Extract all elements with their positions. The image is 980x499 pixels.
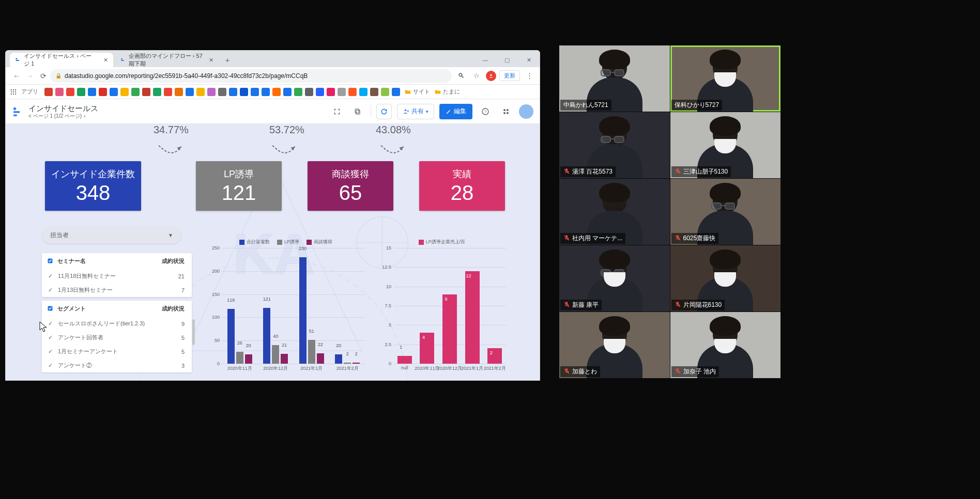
bookmark-icon-21[interactable] xyxy=(272,88,281,96)
video-tile-0[interactable]: 中島かれん5721 xyxy=(559,45,670,112)
video-tile-1[interactable]: 保科ひかり5727 xyxy=(670,45,781,112)
video-tile-7[interactable]: 片岡陽花6130 xyxy=(670,245,781,311)
bookmark-icon-1[interactable] xyxy=(55,88,64,96)
seminar-row-1[interactable]: ✓1月13日無料セミナー7 xyxy=(42,283,192,297)
scrollbar-thumb[interactable] xyxy=(192,319,195,345)
assignee-selector[interactable]: 担当者 ▼ xyxy=(42,226,181,244)
omnibox[interactable]: 🔒 datastudio.google.com/reporting/2ec559… xyxy=(50,69,452,83)
checkbox-icon[interactable] xyxy=(47,258,53,265)
bookmark-folder-0[interactable]: サイト xyxy=(404,88,430,96)
bookmark-icon-17[interactable] xyxy=(229,88,237,96)
bookmark-icon-16[interactable] xyxy=(218,88,226,96)
bar[interactable] xyxy=(299,257,307,364)
bookmark-icon-18[interactable] xyxy=(240,88,248,96)
bookmark-icon-8[interactable] xyxy=(131,88,140,96)
video-tile-2[interactable]: 湯澤 百花5573 xyxy=(559,112,670,178)
bookmark-icon-27[interactable] xyxy=(338,88,346,96)
bookmark-icon-10[interactable] xyxy=(153,88,161,96)
checkbox-icon[interactable] xyxy=(47,305,53,313)
video-tile-9[interactable]: 加奈子 池内 xyxy=(670,312,781,378)
bookmark-icon-15[interactable] xyxy=(207,88,216,96)
video-tile-3[interactable]: 三津山朋子5130 xyxy=(670,112,781,178)
segment-row-0[interactable]: ✓セールスロボさんリード(tier1.2.3)9 xyxy=(42,317,192,331)
kpi-card-0[interactable]: インサイド企業件数348 xyxy=(45,161,141,211)
bookmark-icon-4[interactable] xyxy=(88,88,96,96)
bookmark-icon-19[interactable] xyxy=(251,88,259,96)
nav-reload[interactable]: ⟳ xyxy=(37,72,50,80)
bookmark-icon-3[interactable] xyxy=(77,88,85,96)
fullscreen-icon[interactable] xyxy=(329,104,345,119)
bookmark-icon-20[interactable] xyxy=(262,88,270,96)
bookmark-icon-2[interactable] xyxy=(66,88,74,96)
bar[interactable] xyxy=(397,356,412,364)
bar[interactable] xyxy=(281,354,288,364)
bookmark-icon-0[interactable] xyxy=(44,88,53,96)
bookmarks-apps-label[interactable]: アプリ xyxy=(21,88,38,96)
video-tile-4[interactable]: 社内用 マーケテ... xyxy=(559,179,670,245)
segment-row-1[interactable]: ✓アンケート回答者5 xyxy=(42,331,192,345)
bookmark-icon-22[interactable] xyxy=(283,88,292,96)
bar[interactable] xyxy=(227,309,235,364)
tab-1-close[interactable]: ✕ xyxy=(209,57,213,64)
bookmark-icon-28[interactable] xyxy=(348,88,357,96)
copy-icon[interactable] xyxy=(350,104,365,119)
edit-button[interactable]: 編集 xyxy=(439,104,472,119)
bookmark-icon-11[interactable] xyxy=(164,88,172,96)
user-avatar[interactable] xyxy=(519,104,533,119)
new-tab-button[interactable]: ＋ xyxy=(221,54,234,67)
bookmark-folder-1[interactable]: たまに xyxy=(434,88,460,96)
bar[interactable] xyxy=(272,345,279,364)
kpi-card-1[interactable]: LP誘導121 xyxy=(196,161,282,211)
win-min[interactable]: — xyxy=(474,53,496,67)
help-icon[interactable]: ? xyxy=(478,104,493,119)
bookmark-icon-23[interactable] xyxy=(294,88,302,96)
bar[interactable] xyxy=(308,340,315,364)
video-tile-5[interactable]: 6025齋藤快 xyxy=(670,179,781,245)
bar[interactable] xyxy=(344,363,351,364)
tab-0-close[interactable]: ✕ xyxy=(103,57,108,64)
bookmark-icon-14[interactable] xyxy=(196,88,205,96)
grid-mode-icon[interactable] xyxy=(498,104,514,119)
refresh-data-button[interactable] xyxy=(376,104,392,119)
bookmark-icon-9[interactable] xyxy=(142,88,150,96)
bar[interactable] xyxy=(465,271,480,364)
share-button[interactable]: 共有 ▾ xyxy=(397,104,434,119)
bar[interactable] xyxy=(353,363,360,364)
nav-back[interactable]: ← xyxy=(10,72,23,80)
bookmark-icon-26[interactable] xyxy=(327,88,335,96)
bar[interactable] xyxy=(317,353,324,364)
segment-row-2[interactable]: ✓1月セミナーアンケート5 xyxy=(42,345,192,358)
win-max[interactable]: ▢ xyxy=(496,53,518,67)
bookmark-icon-31[interactable] xyxy=(381,88,389,96)
apps-icon[interactable] xyxy=(10,88,17,96)
bookmark-icon-32[interactable] xyxy=(392,88,400,96)
nav-fwd[interactable]: → xyxy=(23,72,37,80)
bookmark-icon-7[interactable] xyxy=(120,88,129,96)
bookmark-icon-6[interactable] xyxy=(110,88,118,96)
bar[interactable] xyxy=(335,354,342,364)
bookmark-icon-25[interactable] xyxy=(316,88,324,96)
bar[interactable] xyxy=(236,352,243,364)
bookmark-icon-5[interactable] xyxy=(99,88,107,96)
bar[interactable] xyxy=(245,354,252,364)
bookmark-icon-30[interactable] xyxy=(370,88,378,96)
tab-0[interactable]: インサイドセールス › ページ 1 ✕ xyxy=(10,53,113,67)
bookmark-icon-12[interactable] xyxy=(175,88,183,96)
seminar-row-0[interactable]: ✓11月18日無料セミナー21 xyxy=(42,269,192,283)
search-in-page-icon[interactable]: 🔍︎ xyxy=(455,72,467,80)
bookmark-icon-13[interactable] xyxy=(186,88,194,96)
video-tile-8[interactable]: 加藤とわ xyxy=(559,312,670,378)
chrome-profile-badge[interactable] xyxy=(486,71,496,81)
page-indicator[interactable]: < ページ 1 (1/2 ページ) › xyxy=(28,113,98,119)
bookmark-icon-29[interactable] xyxy=(359,88,368,96)
video-tile-6[interactable]: 新藤 康平 xyxy=(559,245,670,311)
bookmark-icon-24[interactable] xyxy=(305,88,313,96)
star-icon[interactable]: ☆ xyxy=(470,72,483,80)
kpi-card-2[interactable]: 商談獲得65 xyxy=(308,161,393,211)
win-close[interactable]: ✕ xyxy=(518,53,540,67)
segment-row-3[interactable]: ✓アンケート②3 xyxy=(42,358,192,372)
chrome-menu[interactable]: ⋮ xyxy=(523,72,535,80)
bar[interactable] xyxy=(442,294,457,364)
bar[interactable] xyxy=(263,308,270,364)
kpi-card-3[interactable]: 実績28 xyxy=(419,161,505,211)
